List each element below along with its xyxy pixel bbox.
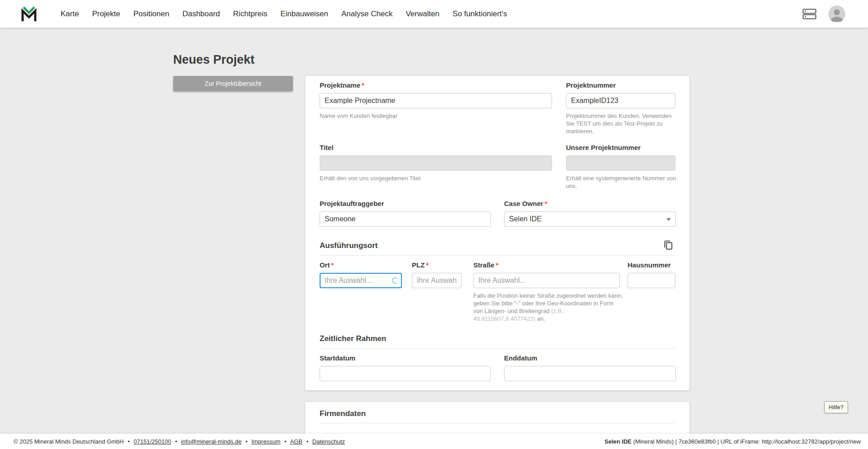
footer: © 2025 Mineral Minds Deutschland GmbH • … bbox=[0, 434, 868, 449]
unsere-projektnummer-input bbox=[566, 155, 675, 171]
required-asterisk: * bbox=[331, 261, 334, 269]
section-divider bbox=[320, 348, 675, 349]
required-asterisk: * bbox=[496, 261, 499, 269]
nav-item-positionen[interactable]: Positionen bbox=[133, 9, 169, 19]
projektname-label: Projektname* bbox=[320, 81, 364, 89]
hausnummer-input[interactable] bbox=[627, 273, 675, 288]
logo-m-icon bbox=[20, 5, 38, 23]
back-to-overview-button[interactable]: Zur Projektübersicht bbox=[173, 76, 293, 91]
main-nav: Karte Projekte Positionen Dashboard Rich… bbox=[61, 9, 507, 19]
nav-item-richtpreis[interactable]: Richtpreis bbox=[233, 9, 268, 19]
projektname-input[interactable] bbox=[320, 93, 552, 108]
unsere-projektnummer-label: Unsere Projektnummer bbox=[566, 144, 641, 151]
ort-label: Ort* bbox=[320, 261, 334, 269]
section-title-firmendaten: Firmendaten bbox=[320, 409, 366, 418]
project-form-card: Projektname* Name vom Kunden festlegbar … bbox=[305, 76, 689, 390]
section-title-zeitlicher-rahmen: Zeitlicher Rahmen bbox=[320, 334, 386, 343]
copy-icon[interactable] bbox=[662, 239, 674, 251]
enddatum-label: Enddatum bbox=[504, 354, 537, 362]
required-asterisk: * bbox=[426, 261, 429, 269]
projektnummer-label: Projektnummer bbox=[566, 81, 616, 89]
navbar-right-actions bbox=[802, 5, 868, 23]
nav-item-so-funktionierts[interactable]: So funktioniert's bbox=[453, 9, 507, 19]
help-button[interactable]: Hilfe? bbox=[824, 401, 848, 413]
case-owner-select[interactable]: Selen IDE bbox=[504, 211, 676, 227]
projektauftraggeber-input[interactable] bbox=[320, 211, 491, 227]
section-divider bbox=[320, 423, 675, 423]
required-asterisk: * bbox=[362, 81, 364, 89]
top-navbar: Karte Projekte Positionen Dashboard Rich… bbox=[0, 0, 868, 28]
footer-left: © 2025 Mineral Minds Deutschland GmbH • … bbox=[14, 438, 345, 445]
plz-label: PLZ* bbox=[412, 261, 429, 269]
plz-input[interactable] bbox=[412, 273, 462, 288]
footer-separator: • bbox=[127, 438, 130, 445]
nav-item-karte[interactable]: Karte bbox=[61, 9, 79, 19]
footer-copyright: © 2025 Mineral Minds Deutschland GmbH bbox=[14, 438, 124, 445]
server-icon[interactable] bbox=[802, 9, 816, 19]
ort-field-wrapper bbox=[320, 273, 402, 288]
nav-item-dashboard[interactable]: Dashboard bbox=[182, 9, 220, 19]
company-data-card: Firmendaten bbox=[305, 402, 689, 434]
mineral-minds-logo[interactable] bbox=[20, 5, 38, 23]
projektauftraggeber-label: Projektauftraggeber bbox=[320, 200, 384, 207]
nav-item-projekte[interactable]: Projekte bbox=[92, 9, 120, 19]
ort-input[interactable] bbox=[320, 273, 402, 288]
footer-link-email[interactable]: info@mineral-minds.de bbox=[181, 438, 241, 445]
strasse-label: Straße* bbox=[473, 261, 499, 269]
titel-label: Titel bbox=[320, 144, 334, 151]
section-title-ausfuehrungsort: Ausführungsort bbox=[320, 241, 377, 250]
required-asterisk: * bbox=[545, 200, 547, 207]
footer-session-info: Selen IDE (Mineral Minds) | 7ce360e83fb0… bbox=[604, 438, 861, 445]
footer-link-agb[interactable]: AGB bbox=[290, 438, 302, 445]
main-content: Neues Projekt Zur Projektübersicht Proje… bbox=[0, 28, 868, 434]
titel-input bbox=[320, 155, 552, 171]
loading-spinner-icon bbox=[392, 277, 398, 284]
nav-item-verwalten[interactable]: Verwalten bbox=[406, 9, 439, 19]
footer-link-phone[interactable]: 07151/250100 bbox=[134, 438, 171, 445]
hausnummer-label: Hausnummer bbox=[627, 261, 671, 269]
projektnummer-helper: Projektnummer des Kunden. Verwenden Sie … bbox=[566, 112, 677, 135]
page-title: Neues Projekt bbox=[173, 53, 255, 67]
startdatum-label: Startdatum bbox=[320, 354, 355, 362]
strasse-input[interactable] bbox=[473, 273, 620, 288]
projektname-helper: Name vom Kunden festlegbar bbox=[320, 112, 397, 120]
case-owner-value: Selen IDE bbox=[509, 215, 542, 223]
strasse-helper: Falls die Position keiner Straße zugeord… bbox=[473, 292, 623, 323]
nav-item-einbauweisen[interactable]: Einbauweisen bbox=[280, 9, 328, 19]
footer-link-datenschutz[interactable]: Datenschutz bbox=[312, 438, 345, 445]
footer-separator: • bbox=[307, 438, 309, 445]
section-divider bbox=[320, 255, 675, 256]
enddatum-input[interactable] bbox=[504, 366, 676, 381]
footer-link-impressum[interactable]: Impressum bbox=[251, 438, 280, 445]
case-owner-label: Case Owner* bbox=[504, 200, 547, 207]
titel-helper: Erhält den von uns vorgegebenen Titel. bbox=[320, 174, 422, 182]
avatar[interactable] bbox=[828, 5, 845, 23]
footer-session-user: Selen IDE bbox=[604, 438, 632, 445]
unsere-projektnummer-helper: Erhält eine systemgenerierte Nummer von … bbox=[566, 174, 677, 190]
projektnummer-input[interactable] bbox=[566, 93, 675, 108]
user-icon bbox=[828, 5, 845, 23]
chevron-down-icon bbox=[666, 218, 671, 221]
footer-separator: • bbox=[175, 438, 177, 445]
footer-separator: • bbox=[245, 438, 248, 445]
footer-session-details: (Mineral Minds) | 7ce360e83fb0 | URL of … bbox=[632, 438, 861, 445]
footer-separator: • bbox=[284, 438, 287, 445]
startdatum-input[interactable] bbox=[320, 366, 491, 381]
nav-item-analyse-check[interactable]: Analyse Check bbox=[341, 9, 392, 19]
